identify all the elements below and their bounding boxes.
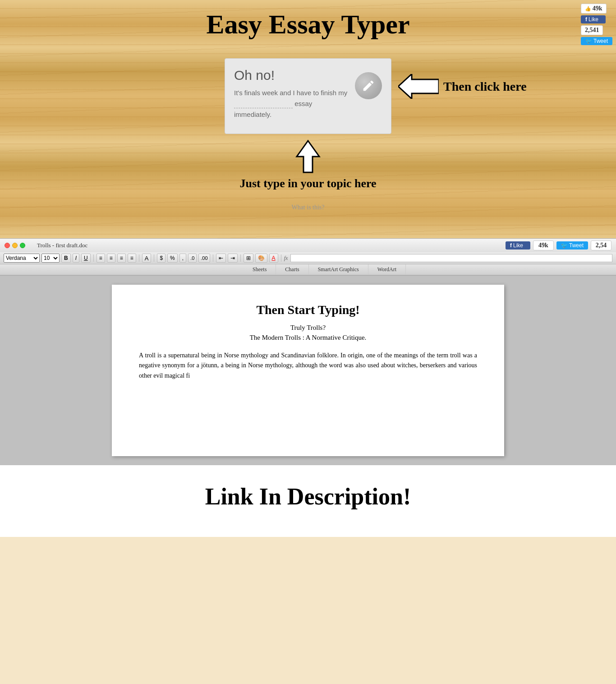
title-bar-social: f Like 49k 🐦 Tweet 2,54	[506, 240, 611, 250]
edit-button-circle[interactable]	[355, 72, 382, 99]
app-bar: Trolls - first draft.doc f Like 49k 🐦 Tw…	[0, 238, 616, 276]
font-color-button[interactable]: A	[269, 254, 278, 263]
fb-like-label: Like	[588, 16, 598, 23]
minimize-button[interactable]	[12, 243, 18, 248]
font-size-icon[interactable]: A	[142, 254, 152, 263]
toolbar-separator-5	[240, 254, 241, 262]
toolbar-separator-3	[154, 254, 154, 262]
table-button[interactable]: ⊞	[244, 254, 253, 263]
document-subtitle1: Truly Trolls?	[139, 324, 477, 332]
bottom-section: Link In Description!	[0, 465, 616, 537]
traffic-lights	[5, 243, 25, 248]
wood-background: 👍 49k f Like 2,541 🐦 Tweet Easy Essay Ty…	[0, 0, 616, 238]
outdent-button[interactable]: ⇤	[216, 254, 226, 263]
title-bar: Trolls - first draft.doc f Like 49k 🐦 Tw…	[0, 239, 616, 252]
click-here-group: Then click here	[398, 74, 527, 99]
title-bar-left: Trolls - first draft.doc	[5, 242, 87, 249]
document-body: A troll is a supernatural being in Norse…	[139, 351, 477, 381]
fb-icon: f	[585, 16, 587, 23]
tweet-label-bar: Tweet	[569, 242, 584, 249]
toolbar-separator-4	[213, 254, 213, 262]
indent-button[interactable]: ⇥	[228, 254, 238, 263]
notepad-text: Oh no! It's finals week and I have to fi…	[234, 68, 350, 120]
notepad-card: Oh no! It's finals week and I have to fi…	[225, 58, 391, 134]
tweet-count-top: 2,541	[581, 25, 603, 35]
dec-dec-button[interactable]: .00	[198, 254, 210, 263]
link-in-description: Link In Description!	[9, 483, 607, 510]
notepad-area: Oh no! It's finals week and I have to fi…	[225, 58, 391, 190]
tweet-count-value: 2,541	[585, 27, 599, 33]
up-arrow-icon	[294, 139, 322, 175]
social-bar-top: 👍 49k f Like 2,541 🐦 Tweet	[581, 4, 612, 45]
justify-button[interactable]: ≡	[128, 254, 136, 263]
left-arrow-icon	[398, 74, 439, 99]
fill-color-button[interactable]: 🎨	[255, 254, 267, 263]
tweet-button[interactable]: 🐦 Tweet	[581, 37, 612, 45]
tab-charts[interactable]: Charts	[276, 264, 308, 275]
like-count-bar-val: 49k	[538, 242, 548, 249]
formula-bar[interactable]	[290, 254, 612, 262]
fb-like-button-bar[interactable]: f Like	[506, 241, 530, 250]
like-count-top: 👍 49k	[581, 4, 607, 14]
type-here-group: Just type in your topic here	[225, 139, 391, 190]
click-here-label: Then click here	[443, 79, 527, 94]
toolbar-separator-2	[139, 254, 139, 262]
document-container: Then Start Typing! Truly Trolls? The Mod…	[0, 276, 616, 465]
document-subtitle2: The Modern Trolls : A Normative Critique…	[139, 334, 477, 342]
underline-button[interactable]: U	[81, 254, 91, 263]
close-button[interactable]	[5, 243, 10, 248]
tab-sheets[interactable]: Sheets	[244, 264, 276, 275]
comma-button[interactable]: ,	[179, 254, 186, 263]
pencil-icon	[362, 79, 375, 92]
currency-button[interactable]: $	[157, 254, 165, 263]
document-title: Then Start Typing!	[139, 303, 477, 317]
type-here-label: Just type in your topic here	[225, 177, 391, 190]
twitter-icon-bar: 🐦	[561, 242, 568, 249]
app-title: Trolls - first draft.doc	[37, 242, 87, 249]
dec-inc-button[interactable]: .0	[188, 254, 197, 263]
align-left-button[interactable]: ≡	[97, 254, 105, 263]
svg-marker-1	[398, 74, 439, 99]
topic-input[interactable]	[234, 100, 293, 108]
ribbon-tabs: Sheets Charts SmartArt Graphics WordArt	[0, 264, 616, 275]
fb-like-label-bar: Like	[513, 242, 523, 249]
tweet-count-bar: 2,54	[591, 240, 611, 250]
percent-button[interactable]: %	[167, 254, 178, 263]
fb-icon-bar: f	[510, 242, 512, 249]
font-size-select[interactable]: 10	[41, 254, 60, 263]
toolbar: Verdana 10 B I U ≡ ≡ ≡ ≡ A $ % , .0 .00 …	[0, 252, 616, 264]
font-family-select[interactable]: Verdana	[4, 254, 40, 263]
toolbar-separator-1	[93, 254, 94, 262]
tweet-button-bar[interactable]: 🐦 Tweet	[556, 241, 588, 250]
align-right-button[interactable]: ≡	[117, 254, 126, 263]
tweet-label: Tweet	[593, 38, 608, 44]
fb-like-button[interactable]: f Like	[581, 15, 606, 23]
tab-smartart-graphics[interactable]: SmartArt Graphics	[309, 264, 368, 275]
fb-like-item[interactable]: f Like	[581, 15, 612, 23]
tweet-count-bar-val: 2,54	[596, 242, 607, 249]
notepad-line1: It's finals week and I have to finish my…	[234, 88, 350, 120]
like-count-bar: 49k	[533, 240, 554, 250]
document-outer: Then Start Typing! Truly Trolls? The Mod…	[9, 285, 607, 456]
tab-wordart[interactable]: WordArt	[368, 264, 406, 275]
twitter-icon: 🐦	[585, 38, 592, 44]
align-center-button[interactable]: ≡	[107, 254, 115, 263]
italic-button[interactable]: I	[73, 254, 79, 263]
what-is-this[interactable]: What is this?	[0, 204, 616, 211]
toolbar-separator-6	[281, 254, 281, 262]
bold-button[interactable]: B	[61, 254, 71, 263]
page-title: Easy Essay Typer	[0, 9, 616, 40]
tweet-count-item: 2,541	[581, 25, 612, 35]
notepad-line1-text: It's finals week and I have to finish my	[234, 89, 347, 97]
svg-marker-0	[297, 141, 319, 172]
fx-label: fx	[284, 255, 288, 262]
maximize-button[interactable]	[20, 243, 25, 248]
oh-no-text: Oh no!	[234, 68, 350, 83]
document-page[interactable]: Then Start Typing! Truly Trolls? The Mod…	[112, 285, 504, 456]
like-count-value: 49k	[593, 5, 602, 12]
like-item-top: 👍 49k	[581, 4, 612, 14]
tweet-item[interactable]: 🐦 Tweet	[581, 37, 612, 45]
